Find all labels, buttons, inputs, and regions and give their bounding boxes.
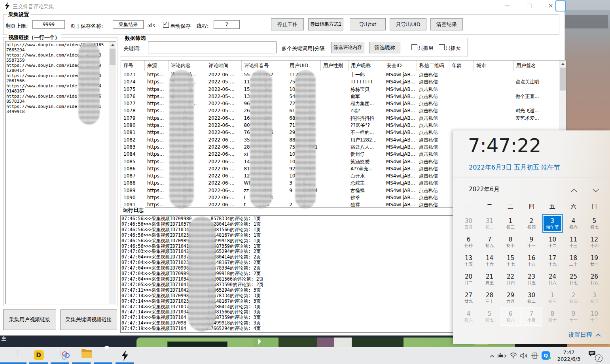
column-header-3[interactable]: 评论内容 [169, 60, 206, 71]
calendar-day[interactable]: 10十二 [542, 233, 563, 251]
scroll-up-icon[interactable] [559, 60, 566, 67]
run-log-box[interactable]: 07:46:56>>>采集视频ID7099808578334的评论第: 1页07… [120, 215, 454, 333]
calendar-day[interactable]: 4初六 [458, 307, 479, 326]
calendar-day[interactable]: 30五月 [458, 214, 479, 233]
maximize-button[interactable] [520, 0, 539, 12]
calendar-day[interactable]: 5初七 [584, 214, 605, 233]
cell-dm-link[interactable]: 点击私信 [417, 143, 449, 151]
device-tray-icon[interactable] [531, 353, 538, 360]
calendar-day[interactable]: 17十九 [542, 251, 563, 270]
cell-dm-link[interactable]: 点击私信 [417, 201, 449, 207]
links-scroll-thumb[interactable] [110, 49, 116, 65]
cell-dm-link[interactable]: 点击私信 [417, 107, 449, 114]
cell-dm-link[interactable]: 点击私信 [417, 172, 449, 179]
column-header-1[interactable]: 序号 [121, 60, 145, 71]
calendar-day[interactable]: 26廿八 [584, 270, 605, 289]
calendar-day[interactable]: 9十一 [521, 233, 542, 251]
video-links-listbox[interactable]: https://www.douyin.com/video/74051857665… [5, 41, 116, 304]
calendar-day[interactable]: 13十五 [458, 251, 479, 270]
column-header-8[interactable]: 用户昵称 [349, 60, 384, 71]
calendar-day[interactable]: 5初七 [479, 307, 500, 326]
calendar-month-label[interactable]: 2022年6月 [469, 186, 500, 193]
qq-pinyin-tray-icon[interactable]: Q [542, 351, 550, 360]
column-header-6[interactable]: 用户UID [287, 60, 321, 71]
cell-dm-link[interactable]: 点击私信 [417, 151, 449, 158]
scroll-up-icon[interactable] [109, 41, 116, 48]
cell-dm-link[interactable]: 点击私信 [417, 165, 449, 172]
export-result-mode1-button[interactable]: 导出结果方式1 [308, 18, 343, 30]
set-schedule-link[interactable]: 设置日程 [568, 331, 601, 339]
column-header-11[interactable]: 年龄 [449, 60, 474, 71]
calendar-day[interactable]: 25廿七 [563, 270, 584, 289]
calendar-day[interactable]: 6芒种 [458, 233, 479, 251]
volume-icon[interactable] [520, 353, 528, 360]
cell-dm-link[interactable]: 点击私信 [417, 129, 449, 136]
calendar-day[interactable]: 16十八 [521, 251, 542, 270]
export-txt-button[interactable]: 导出txt [350, 18, 386, 30]
stop-work-button[interactable]: 停止工作 [271, 18, 304, 30]
collect-user-videos-button[interactable]: 采集用户视频链接 [3, 309, 56, 330]
calendar-day[interactable]: 24廿六 [542, 270, 563, 289]
calendar-day[interactable]: 1初三 [542, 289, 563, 307]
calendar-day[interactable]: 2初四 [563, 289, 584, 307]
taskbar-app-1[interactable] [6, 347, 28, 364]
calendar-day[interactable]: 22廿四 [500, 270, 521, 289]
calendar-day[interactable]: 4初六 [563, 214, 584, 233]
taskbar-app-2[interactable]: D [28, 347, 49, 364]
calendar-day[interactable]: 31初二 [479, 214, 500, 233]
cell-dm-link[interactable]: 点击私信 [417, 93, 449, 100]
female-only-checkbox[interactable] [439, 44, 445, 50]
collect-keyword-videos-button[interactable]: 采集关键词视频链接 [60, 309, 117, 330]
calendar-day[interactable]: 21夏至 [479, 270, 500, 289]
column-header-10[interactable]: 私信二维码 [417, 60, 449, 71]
calendar-day[interactable]: 6初八 [500, 307, 521, 326]
taskbar-file-explorer[interactable] [70, 347, 92, 364]
calendar-day[interactable]: 11十三 [563, 233, 584, 251]
taskbar-browser[interactable] [92, 347, 114, 364]
cell-dm-link[interactable]: 点击私信 [417, 158, 449, 165]
calendar-day[interactable]: 18二十 [563, 251, 584, 270]
keyword-input[interactable] [148, 41, 277, 53]
cell-dm-link[interactable]: 点击私信 [417, 194, 449, 201]
calendar-day[interactable]: 14十六 [479, 251, 500, 270]
cell-dm-link[interactable]: 点击私信 [417, 100, 449, 107]
calendar-day-selected[interactable]: 3端午节 [542, 214, 563, 233]
taskbar-app-3[interactable] [49, 347, 71, 364]
column-header-5[interactable]: 评论抖音号 [242, 60, 287, 71]
calendar-day[interactable]: 27廿九 [458, 289, 479, 307]
calendar-day[interactable]: 20廿二 [458, 270, 479, 289]
calendar-day[interactable]: 7小暑 [521, 307, 542, 326]
tray-clock[interactable]: 7:47 2022/6/3 [556, 349, 582, 362]
calendar-day[interactable]: 2初四 [521, 214, 542, 233]
column-header-4[interactable]: 评论时间 [206, 60, 242, 71]
cell-dm-link[interactable]: 点击私信 [417, 86, 449, 93]
column-header-7[interactable]: 用户性别 [321, 60, 349, 71]
save-name-input[interactable] [113, 20, 144, 29]
cell-dm-link[interactable]: 点击私信 [417, 136, 449, 143]
cell-dm-link[interactable]: 点击私信 [417, 71, 449, 78]
links-scrollbar[interactable] [109, 41, 116, 304]
calendar-day[interactable]: 29六月 [500, 289, 521, 307]
export-uid-only-button[interactable]: 只导出UID [390, 18, 426, 30]
calendar-next-month-icon[interactable] [592, 188, 599, 194]
column-header-12[interactable]: 城市 [474, 60, 514, 71]
titlebar[interactable]: 三义抖音评论采集 ✕ [0, 0, 565, 12]
table-scroll-thumb[interactable] [560, 68, 566, 91]
calendar-day[interactable]: 1初三 [500, 214, 521, 233]
column-header-13[interactable]: 用户签名 [514, 60, 560, 71]
calendar-day[interactable]: 10十二 [584, 307, 605, 326]
calendar-day[interactable]: 9十一 [563, 307, 584, 326]
tray-chevron-up-icon[interactable] [489, 354, 495, 359]
thread-input[interactable] [214, 20, 240, 29]
calendar-day[interactable]: 19廿一 [584, 251, 605, 270]
notification-center-button[interactable]: 7 [588, 351, 602, 362]
calendar-day[interactable]: 12十四 [584, 233, 605, 251]
minimize-button[interactable] [498, 0, 517, 12]
cell-dm-link[interactable]: 点击私信 [417, 187, 449, 194]
calendar-day[interactable]: 3初五 [584, 289, 605, 307]
column-header-9[interactable]: 安全ID [384, 60, 417, 71]
calendar-day[interactable]: 28三十 [479, 289, 500, 307]
cell-dm-link[interactable]: 点击私信 [417, 179, 449, 187]
male-only-checkbox[interactable] [411, 44, 417, 50]
clock-date-line[interactable]: 2022年6月3日 五月初五 端午节 [469, 164, 560, 172]
